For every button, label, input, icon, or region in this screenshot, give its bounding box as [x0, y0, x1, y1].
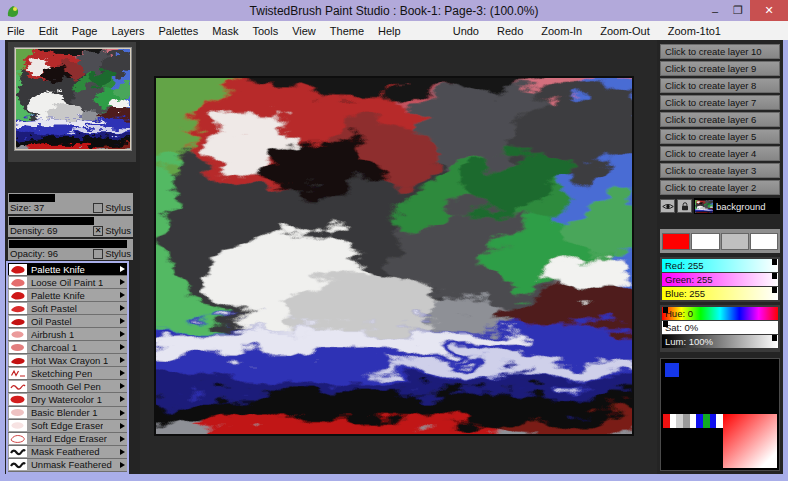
menu-edit[interactable]: Edit [32, 25, 65, 37]
menu-tools[interactable]: Tools [245, 25, 285, 37]
create-layer-button-3[interactable]: Click to create layer 3 [660, 163, 780, 178]
palette-cell-6[interactable] [703, 414, 710, 428]
brush-submenu-arrow-icon [120, 266, 125, 272]
sat-slider[interactable]: Sat: 0% [662, 321, 778, 334]
slider-marker [663, 307, 668, 313]
create-layer-button-2[interactable]: Click to create layer 2 [660, 180, 780, 195]
brush-item-hot-wax-crayon-1[interactable]: Hot Wax Crayon 1 [8, 354, 127, 367]
left-panel: Size: 37StylusDensity: 69✕StylusOpacity:… [5, 40, 140, 474]
brush-submenu-arrow-icon [120, 370, 125, 376]
slider-track[interactable] [9, 194, 132, 202]
color-swatch-1[interactable] [691, 233, 719, 250]
slider-label: Density: 69 [10, 225, 58, 236]
green-slider[interactable]: Green: 255 [662, 273, 778, 286]
brush-label: Mask Feathered [31, 446, 100, 457]
shade-gradient-picker[interactable] [723, 414, 777, 468]
menu-theme[interactable]: Theme [323, 25, 371, 37]
slider-track[interactable] [9, 217, 132, 225]
stylus-checkbox[interactable]: ✕ [93, 226, 103, 236]
toolbar-zoom-in[interactable]: Zoom-In [532, 25, 591, 37]
brush-label: Palette Knife [31, 290, 85, 301]
title-bar[interactable]: TwistedBrush Paint Studio : Book-1: Page… [0, 0, 788, 21]
brush-item-airbrush-1[interactable]: Airbrush 1 [8, 328, 127, 341]
toolbar-zoom-out[interactable]: Zoom-Out [591, 25, 659, 37]
toolbar-redo[interactable]: Redo [488, 25, 532, 37]
toolbar-undo[interactable]: Undo [444, 25, 488, 37]
mask-wave-icon [9, 446, 27, 457]
background-layer-row[interactable]: background [660, 198, 780, 214]
brush-submenu-arrow-icon [120, 305, 125, 311]
brush-item-mask-feathered[interactable]: Mask Feathered [8, 446, 127, 459]
menu-layers[interactable]: Layers [104, 25, 151, 37]
color-swatch-strip [660, 229, 780, 253]
current-color-swatch[interactable] [665, 363, 679, 377]
blue-slider[interactable]: Blue: 255 [662, 287, 778, 300]
lum-slider[interactable]: Lum: 100% [662, 335, 778, 348]
minimize-button[interactable]: – [704, 0, 726, 21]
maximize-button[interactable]: ❐ [727, 0, 749, 21]
menu-file[interactable]: File [0, 25, 32, 37]
toolbar-zoom-1to1[interactable]: Zoom-1to1 [659, 25, 730, 37]
brush-item-soft-pastel[interactable]: Soft Pastel [8, 302, 127, 315]
brush-item-palette-knife[interactable]: Palette Knife [8, 263, 127, 276]
color-swatch-2[interactable] [721, 233, 749, 250]
brush-item-loose-oil-paint-1[interactable]: Loose Oil Paint 1 [8, 276, 127, 289]
slider-density[interactable]: Density: 69✕Stylus [8, 216, 133, 237]
slider-track[interactable] [9, 240, 132, 248]
create-layer-button-7[interactable]: Click to create layer 7 [660, 95, 780, 110]
background-layer-name: background [716, 201, 766, 212]
menu-mask[interactable]: Mask [205, 25, 245, 37]
stylus-checkbox[interactable] [93, 203, 103, 213]
menu-page[interactable]: Page [65, 25, 105, 37]
brush-item-oil-pastel[interactable]: Oil Pastel [8, 315, 127, 328]
brush-item-smooth-gel-pen[interactable]: Smooth Gel Pen [8, 380, 127, 393]
eraser-soft-icon [9, 420, 27, 431]
brush-label: Hard Edge Eraser [31, 433, 107, 444]
slider-marker [663, 321, 668, 327]
brush-label: Basic Blender 1 [31, 407, 98, 418]
palette-cell-1[interactable] [670, 414, 677, 428]
slider-fill [9, 240, 127, 248]
background-layer-item[interactable]: background [694, 198, 780, 214]
palette-cell-0[interactable] [663, 414, 670, 428]
brush-item-hard-edge-eraser[interactable]: Hard Edge Eraser [8, 433, 127, 446]
palette-cell-4[interactable] [690, 414, 697, 428]
brush-item-dry-watercolor-1[interactable]: Dry Watercolor 1 [8, 393, 127, 406]
hue-slider[interactable]: Hue: 0 [662, 307, 778, 320]
menu-help[interactable]: Help [371, 25, 408, 37]
brush-item-soft-edge-eraser[interactable]: Soft Edge Eraser [8, 420, 127, 433]
stylus-checkbox[interactable] [93, 249, 103, 259]
brush-item-palette-knife[interactable]: Palette Knife [8, 289, 127, 302]
stylus-toggle-density[interactable]: ✕Stylus [93, 225, 131, 236]
create-layer-button-5[interactable]: Click to create layer 5 [660, 129, 780, 144]
palette-cell-5[interactable] [696, 414, 703, 428]
stylus-toggle-opacity[interactable]: Stylus [93, 248, 131, 259]
slider-size[interactable]: Size: 37Stylus [8, 193, 133, 214]
create-layer-button-4[interactable]: Click to create layer 4 [660, 146, 780, 161]
layer-lock-button[interactable] [677, 199, 692, 213]
menu-palettes[interactable]: Palettes [151, 25, 205, 37]
create-layer-button-10[interactable]: Click to create layer 10 [660, 44, 780, 59]
slider-opacity[interactable]: Opacity: 96Stylus [8, 239, 133, 260]
color-swatch-3[interactable] [750, 233, 778, 250]
charcoal-stroke-icon [9, 342, 27, 353]
brush-item-basic-blender-1[interactable]: Basic Blender 1 [8, 407, 127, 420]
stylus-toggle-size[interactable]: Stylus [93, 202, 131, 213]
brush-item-unmask-feathered[interactable]: Unmask Feathered [8, 459, 127, 472]
palette-cell-7[interactable] [710, 414, 717, 428]
brush-item-charcoal-1[interactable]: Charcoal 1 [8, 341, 127, 354]
create-layer-button-6[interactable]: Click to create layer 6 [660, 112, 780, 127]
brush-item-sketching-pen[interactable]: Sketching Pen [8, 367, 127, 380]
menu-view[interactable]: View [285, 25, 323, 37]
palette-cell-3[interactable] [683, 414, 690, 428]
palette-cell-2[interactable] [676, 414, 683, 428]
window-border-bottom [0, 474, 788, 481]
create-layer-button-9[interactable]: Click to create layer 9 [660, 61, 780, 76]
close-button[interactable]: ✕ [750, 0, 788, 21]
create-layer-button-8[interactable]: Click to create layer 8 [660, 78, 780, 93]
layer-visibility-button[interactable] [660, 199, 675, 213]
color-swatch-0[interactable] [662, 233, 690, 250]
paint-canvas[interactable] [154, 76, 634, 436]
work-area [140, 40, 657, 474]
red-slider[interactable]: Red: 255 [662, 259, 778, 272]
